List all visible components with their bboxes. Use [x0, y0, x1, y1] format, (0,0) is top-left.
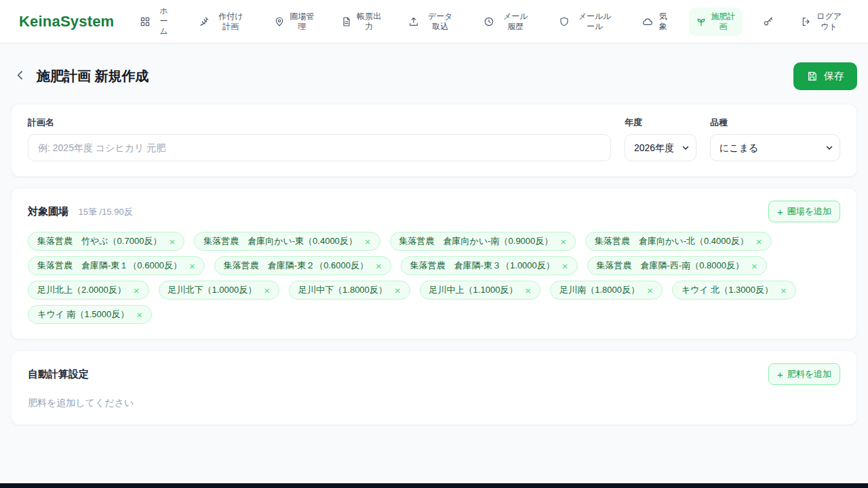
field-tag-label: 集落営農 倉庫隣-東１（0.6000反）: [37, 260, 182, 272]
field-tag-label: 足川中上（1.1000反）: [429, 284, 518, 296]
year-label: 年度: [625, 117, 696, 129]
upload-icon: [408, 16, 419, 27]
field-tag: 集落営農 倉庫隣-東３（1.0000反）×: [401, 256, 578, 275]
field-tag-label: 集落営農 倉庫隣-西-南（0.8000反）: [597, 260, 744, 272]
fertilizer-empty-text: 肥料を追加してください: [28, 397, 840, 409]
nav-item-label: ホーム: [155, 6, 172, 37]
plan-name-field: 計画名: [28, 117, 611, 161]
shield-icon: [559, 16, 570, 27]
plan-name-label: 計画名: [28, 117, 611, 129]
back-button[interactable]: [11, 66, 30, 87]
remove-tag-icon[interactable]: ×: [525, 285, 531, 296]
wheat-icon: [199, 16, 210, 27]
plan-form-card: 計画名 年度 2026年度 品種 にこまる: [11, 104, 857, 177]
nav-item-label: 作付け計画: [214, 12, 247, 32]
remove-tag-icon[interactable]: ×: [395, 285, 401, 296]
nav-item-logout[interactable]: ログアウト: [794, 7, 849, 36]
logout-icon: [801, 16, 812, 27]
field-tag-label: 集落営農 倉庫隣-東２（0.6000反）: [224, 260, 368, 272]
field-tag-label: 集落営農 倉庫隣-東３（1.0000反）: [410, 260, 555, 272]
nav-item-label: ログアウト: [816, 12, 842, 32]
year-select[interactable]: 2026年度: [625, 134, 696, 161]
remove-tag-icon[interactable]: ×: [751, 261, 757, 271]
fields-section-header: 対象圃場 15筆 /15.90反: [28, 205, 133, 218]
variety-select[interactable]: にこまる: [710, 134, 840, 161]
app-header: KeinaSystem ホーム作付け計画圃場管理帳票出力データ取込メール履歴メー…: [0, 0, 868, 43]
nav-item-upload[interactable]: データ取込: [401, 7, 463, 36]
field-tag: 集落営農 竹やぶ（0.7000反）×: [28, 232, 184, 251]
plan-name-input[interactable]: [28, 134, 611, 161]
nav-item-wheat[interactable]: 作付け計画: [192, 7, 254, 36]
main-nav: ホーム作付け計画圃場管理帳票出力データ取込メール履歴メールルール気象施肥計画ログ…: [133, 2, 849, 41]
save-button-label: 保存: [824, 70, 844, 83]
remove-tag-icon[interactable]: ×: [136, 310, 142, 320]
field-tag: 集落営農 倉庫向かい-北（0.4000反）×: [585, 232, 771, 251]
main-content: 施肥計画 新規作成 保存 計画名 年度 2026年度: [0, 62, 868, 425]
app-logo: KeinaSystem: [19, 13, 114, 30]
field-tag-label: キウイ 北（1.3000反）: [682, 284, 773, 296]
nav-item-document[interactable]: 帳票出力: [334, 7, 388, 36]
field-tag-label: 足川北上（2.0000反）: [37, 284, 126, 296]
field-tag: キウイ 北（1.3000反）×: [672, 281, 796, 300]
field-tag-list: 集落営農 竹やぶ（0.7000反）×集落営農 倉庫向かい-東（0.4000反）×…: [28, 232, 840, 324]
grid-icon: [140, 16, 151, 27]
field-tag-label: 集落営農 倉庫向かい-南（0.9000反）: [399, 235, 553, 247]
field-tag-label: 足川中下（1.8000反）: [298, 284, 387, 296]
remove-tag-icon[interactable]: ×: [647, 285, 653, 296]
save-icon: [806, 70, 818, 82]
remove-tag-icon[interactable]: ×: [365, 237, 371, 247]
chevron-left-icon: [14, 68, 27, 84]
field-tag: 足川中下（1.8000反）×: [289, 281, 410, 300]
nav-item-label: メールルール: [574, 12, 615, 32]
auto-calc-title: 自動計算設定: [28, 368, 89, 381]
field-tag: 集落営農 倉庫隣-東２（0.6000反）×: [214, 256, 391, 275]
remove-tag-icon[interactable]: ×: [562, 261, 568, 271]
remove-tag-icon[interactable]: ×: [756, 237, 762, 247]
nav-item-shield[interactable]: メールルール: [552, 7, 622, 36]
document-icon: [341, 16, 352, 27]
nav-item-label: 気象: [658, 12, 669, 32]
nav-item-sprout[interactable]: 施肥計画: [689, 7, 743, 36]
nav-item-label: メール履歴: [499, 12, 532, 32]
field-tag: 足川北上（2.0000反）×: [28, 281, 149, 300]
nav-item-history[interactable]: メール履歴: [477, 7, 538, 36]
field-tag: キウイ 南（1.5000反）×: [28, 305, 152, 324]
field-tag: 足川北下（1.0000反）×: [159, 281, 280, 300]
variety-field: 品種 にこまる: [710, 117, 840, 161]
nav-item-grid[interactable]: ホーム: [133, 2, 178, 41]
fields-section-title: 対象圃場: [28, 205, 68, 217]
remove-tag-icon[interactable]: ×: [169, 237, 175, 247]
nav-item-label: 帳票出力: [357, 12, 381, 32]
field-tag: 集落営農 倉庫隣-西-南（0.8000反）×: [587, 256, 767, 275]
remove-tag-icon[interactable]: ×: [134, 285, 140, 296]
add-field-button[interactable]: + 圃場を追加: [768, 201, 840, 222]
add-fertilizer-button[interactable]: + 肥料を追加: [768, 363, 840, 385]
field-tag-label: 集落営農 倉庫向かい-東（0.4000反）: [203, 235, 357, 247]
nav-item-cloud[interactable]: 気象: [635, 7, 675, 36]
year-field: 年度 2026年度: [625, 117, 696, 161]
field-tag: 足川中上（1.1000反）×: [420, 281, 541, 300]
remove-tag-icon[interactable]: ×: [781, 285, 787, 296]
field-tag: 足川南（1.8000反）×: [550, 281, 663, 300]
nav-item-map-pin[interactable]: 圃場管理: [267, 7, 321, 36]
target-fields-card: 対象圃場 15筆 /15.90反 + 圃場を追加 集落営農 竹やぶ（0.7000…: [11, 188, 857, 340]
remove-tag-icon[interactable]: ×: [189, 261, 195, 271]
cloud-icon: [642, 16, 653, 27]
remove-tag-icon[interactable]: ×: [560, 237, 566, 247]
variety-label: 品種: [710, 117, 840, 129]
remove-tag-icon[interactable]: ×: [264, 285, 270, 296]
page-title-row: 施肥計画 新規作成 保存: [11, 62, 857, 90]
nav-item-key[interactable]: [756, 12, 781, 31]
sprout-icon: [696, 16, 707, 27]
nav-item-label: 施肥計画: [711, 12, 736, 32]
map-pin-icon: [274, 16, 285, 27]
save-button[interactable]: 保存: [793, 62, 857, 90]
bottom-bar: [0, 483, 868, 488]
field-tag-label: 足川南（1.8000反）: [559, 284, 639, 296]
remove-tag-icon[interactable]: ×: [376, 261, 382, 271]
fields-summary: 15筆 /15.90反: [78, 207, 132, 217]
nav-item-label: 圃場管理: [290, 12, 314, 32]
field-tag-label: キウイ 南（1.5000反）: [37, 308, 129, 321]
field-tag-label: 集落営農 竹やぶ（0.7000反）: [37, 235, 161, 247]
page-title: 施肥計画 新規作成: [37, 67, 149, 85]
